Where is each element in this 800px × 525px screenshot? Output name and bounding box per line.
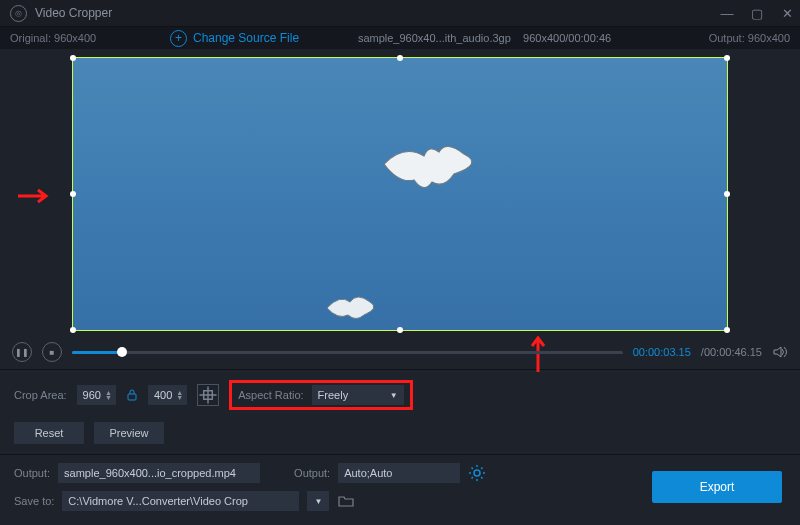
time-current: 00:00:03.15 [633, 346, 691, 358]
crop-handle-br[interactable] [724, 327, 730, 333]
change-source-label: Change Source File [193, 31, 299, 45]
file-info: sample_960x40...ith_audio.3gp 960x400/00… [299, 32, 670, 44]
crop-rectangle[interactable] [72, 57, 728, 331]
app-window: ◎ Video Cropper — ▢ ✕ Original: 960x400 … [0, 0, 800, 525]
crop-height-input[interactable]: 400 ▲▼ [148, 385, 187, 405]
crop-width-stepper[interactable]: ▲▼ [105, 390, 112, 400]
svg-rect-0 [128, 394, 136, 400]
crop-handle-r[interactable] [724, 191, 730, 197]
playback-bar: ❚❚ ■ 00:00:03.15/00:00:46.15 [0, 339, 800, 365]
crop-width-input[interactable]: 960 ▲▼ [77, 385, 116, 405]
plus-icon: + [170, 30, 187, 47]
filename-text: sample_960x40...ith_audio.3gp [358, 32, 511, 44]
output-file-field[interactable]: sample_960x400...io_cropped.mp4 [58, 463, 260, 483]
original-size-label: Original: 960x400 [10, 32, 170, 44]
lock-aspect-icon[interactable] [126, 389, 138, 401]
open-folder-icon[interactable] [337, 492, 355, 510]
output-size-field[interactable]: Auto;Auto [338, 463, 460, 483]
minimize-button[interactable]: — [720, 6, 734, 20]
chevron-down-icon: ▼ [390, 391, 398, 400]
info-bar: Original: 960x400 + Change Source File s… [0, 27, 800, 49]
preview-button[interactable]: Preview [94, 422, 164, 444]
crop-controls: Crop Area: 960 ▲▼ 400 ▲▼ Aspect Ratio: F… [0, 374, 800, 416]
crop-buttons: Reset Preview [0, 416, 800, 450]
preview-area [0, 49, 800, 339]
output-size-setting-label: Output: [294, 467, 330, 479]
crop-handle-tr[interactable] [724, 55, 730, 61]
saveto-path-field[interactable]: C:\Vidmore V...Converter\Video Crop [62, 491, 299, 511]
stop-button[interactable]: ■ [42, 342, 62, 362]
crop-handle-tl[interactable] [70, 55, 76, 61]
output-size-label: Output: 960x400 [670, 32, 790, 44]
crop-height-stepper[interactable]: ▲▼ [176, 390, 183, 400]
time-total: /00:00:46.15 [701, 346, 762, 358]
aspect-ratio-label: Aspect Ratio: [238, 389, 303, 401]
app-logo-icon: ◎ [10, 5, 27, 22]
pause-button[interactable]: ❚❚ [12, 342, 32, 362]
close-button[interactable]: ✕ [780, 6, 794, 20]
app-title: Video Cropper [35, 6, 720, 20]
saveto-label: Save to: [14, 495, 54, 507]
crop-area-label: Crop Area: [14, 389, 67, 401]
change-source-button[interactable]: + Change Source File [170, 30, 299, 47]
crop-handle-l[interactable] [70, 191, 76, 197]
aspect-ratio-highlight: Aspect Ratio: Freely ▼ [229, 380, 412, 410]
seek-track[interactable] [72, 351, 623, 354]
crop-handle-bl[interactable] [70, 327, 76, 333]
crop-position-button[interactable] [197, 384, 219, 406]
volume-icon[interactable] [772, 344, 788, 360]
divider-1 [0, 369, 800, 370]
video-content-bird1 [374, 134, 494, 204]
seek-fill [72, 351, 122, 354]
output-file-label: Output: [14, 467, 50, 479]
crop-height-value: 400 [154, 389, 172, 401]
crop-handle-t[interactable] [397, 55, 403, 61]
output-settings-gear-icon[interactable] [468, 464, 486, 482]
seek-thumb[interactable] [117, 347, 127, 357]
saveto-dropdown[interactable]: ▼ [307, 491, 329, 511]
crop-width-value: 960 [83, 389, 101, 401]
reset-button[interactable]: Reset [14, 422, 84, 444]
annotation-arrow-left [18, 188, 58, 204]
maximize-button[interactable]: ▢ [750, 6, 764, 20]
file-meta-text: 960x400/00:00:46 [523, 32, 611, 44]
aspect-ratio-select[interactable]: Freely ▼ [312, 385, 404, 405]
video-content-bird2 [322, 290, 382, 325]
svg-point-1 [474, 470, 480, 476]
divider-2 [0, 454, 800, 455]
crop-handle-b[interactable] [397, 327, 403, 333]
title-bar: ◎ Video Cropper — ▢ ✕ [0, 0, 800, 27]
aspect-ratio-value: Freely [318, 389, 349, 401]
export-button[interactable]: Export [652, 471, 782, 503]
